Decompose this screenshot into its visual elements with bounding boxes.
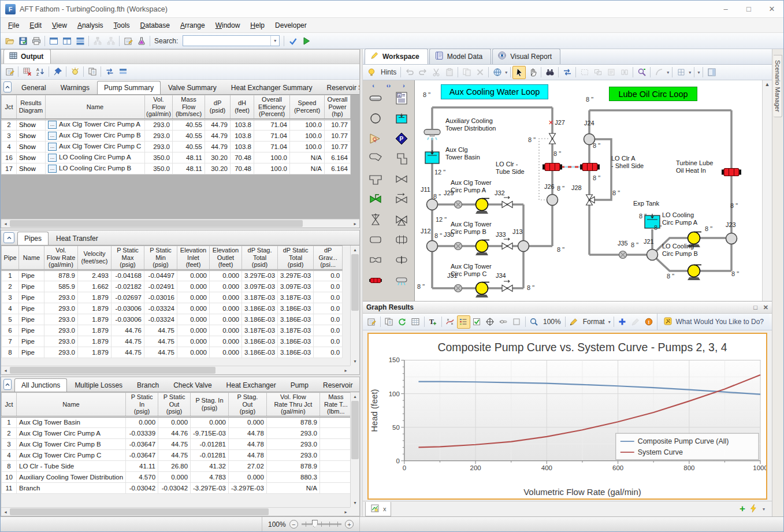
open-diagram-button[interactable]: ... [48,121,57,129]
bend-tool-icon[interactable] [366,151,385,166]
menu-edit[interactable]: Edit [24,18,47,32]
scroll-down-icon[interactable]: ▾ [351,357,359,366]
tab-multiple-losses[interactable]: Multiple Losses [68,378,129,392]
tab-heat-exchanger-summary[interactable]: Heat Exchanger Summary [224,81,319,94]
warning-icon[interactable]: ! [642,315,656,329]
chevron-down-icon[interactable]: ▾ [608,319,611,325]
find-junction-icon[interactable] [635,66,648,79]
horizontal-scrollbar[interactable]: ◂ ▸ [1,219,359,228]
scroll-down-icon[interactable]: ▾ [351,498,359,507]
undo-icon[interactable] [403,66,416,79]
duplicate-icon[interactable] [460,66,473,79]
add-text-icon[interactable]: T [426,315,440,329]
tab-reservoir[interactable]: Reservoir [316,378,359,392]
connector-tool-icon[interactable] [392,232,411,247]
square-icon[interactable] [510,315,523,329]
search-dropdown-icon[interactable]: ▾ [270,36,279,46]
menu-help[interactable]: Help [245,18,270,32]
tab-general[interactable]: General [14,81,53,94]
rect-tool2-icon[interactable] [591,66,604,79]
strainer-j31[interactable] [454,285,462,292]
print-icon[interactable] [29,34,43,47]
zoom-out-button[interactable]: − [289,520,298,529]
tab-pump-summary[interactable]: Pump Summary [97,81,161,94]
menu-developer[interactable]: Developer [270,18,312,32]
control-valve-tool-icon[interactable] [392,192,411,207]
fluid-flask-icon[interactable] [135,34,148,47]
window-full-icon[interactable] [47,34,60,47]
scenario-manager-tab[interactable]: Scenario Manager [774,55,782,117]
format-lines-icon[interactable] [116,65,129,79]
general-component-tool-icon[interactable] [366,232,385,247]
scroll-right-icon[interactable]: ▸ [351,220,359,228]
tab-warnings[interactable]: Warnings [54,81,96,94]
palette-nav[interactable]: ‹‹›› [363,81,414,91]
select-arrow-icon[interactable] [512,66,526,79]
scroll-left-icon[interactable]: ◂ [1,366,10,375]
loop-label-lube-oil-circ-loop[interactable]: Lube Oil Circ Loop [609,87,697,101]
panel-toggle-icon[interactable] [705,66,718,79]
graph-close-icon[interactable]: ✕ [763,304,768,311]
heat-exchanger-lo-clr-tube[interactable] [543,163,562,171]
what-would-you-like-to-do-button[interactable]: What Would You Like to Do? [657,314,770,330]
format-pencil-icon[interactable] [567,315,581,329]
edit-pad-icon[interactable] [3,65,16,79]
legend-icon[interactable] [457,315,470,329]
notes-icon[interactable] [121,34,135,47]
check-valve-tool-icon[interactable] [366,192,385,207]
refresh-icon[interactable] [396,315,409,329]
tee-tool-icon[interactable] [366,172,385,187]
branch-junction-j23[interactable] [726,233,737,244]
collapse-panel-button[interactable] [3,81,12,92]
tab-branch[interactable]: Branch [130,378,166,392]
branch-junction-j26[interactable] [547,195,558,206]
pump-aux-b[interactable] [475,240,489,256]
edit-gray-icon[interactable] [629,315,642,329]
tab-workspace[interactable]: Workspace [365,49,428,64]
delete-icon[interactable] [473,66,486,79]
menu-arrange[interactable]: Arrange [175,18,210,32]
curve-edit-icon[interactable] [444,315,457,329]
show-results-diagram-button[interactable]: Show [17,141,46,152]
assigned-pressure-tool-icon[interactable]: P [392,131,411,146]
zoom-magnifier-icon[interactable] [527,315,541,329]
reservoir-tool-icon[interactable] [392,111,411,126]
reservoir-aux-basin[interactable] [425,150,439,163]
closed-valve-j27[interactable] [549,133,555,144]
spray-discharge-tool-icon[interactable] [392,273,411,288]
strainer-j35[interactable] [619,251,626,259]
branch-tool-icon[interactable] [366,111,385,126]
scroll-left-icon[interactable]: ◂ [1,220,10,228]
heat-exchanger-lo-clr-shell[interactable] [580,163,600,171]
hints-label[interactable]: Hints [381,68,396,76]
scroll-up-icon[interactable]: ▴ [351,392,359,401]
zoom-slider[interactable] [302,523,341,525]
cut-icon[interactable] [429,66,443,79]
branch-junction-j13[interactable] [518,241,529,252]
tab-visual-report[interactable]: Visual Report [492,49,560,64]
scroll-left-icon[interactable]: ◂ [1,508,10,516]
format-label[interactable]: Format [583,318,605,326]
tab-check-valve[interactable]: Check Valve [166,378,218,392]
tab-pipes[interactable]: Pipes [17,232,49,245]
three-way-valve-j28[interactable] [586,195,594,205]
open-diagram-button[interactable]: ... [48,143,57,151]
show-results-diagram-button[interactable]: Show [17,130,46,141]
canvas-vertical-scrollbar[interactable]: ▲ [762,80,772,301]
style-lamp-icon[interactable] [68,65,81,79]
tab-reservoir-sum-[interactable]: Reservoir Sum... [320,81,360,94]
run-model-icon[interactable] [299,34,313,47]
output-panel-tab[interactable]: Output [3,49,51,64]
open-diagram-button[interactable]: ... [48,165,57,173]
chevron-down-icon[interactable]: ▾ [505,70,507,75]
branch-junction-j21[interactable] [646,250,657,261]
100--label[interactable]: 100% [543,318,561,326]
maximize-button[interactable]: □ [737,1,760,17]
pipe-run-aux-loop[interactable] [432,107,552,288]
crosshair-icon[interactable] [484,315,497,329]
pipe-run-lube-loop[interactable] [589,110,731,271]
close-button[interactable]: ✕ [760,1,783,17]
zoom-in-button[interactable]: + [345,520,354,529]
venturi-tool-icon[interactable] [366,252,385,267]
menu-file[interactable]: File [3,18,24,32]
